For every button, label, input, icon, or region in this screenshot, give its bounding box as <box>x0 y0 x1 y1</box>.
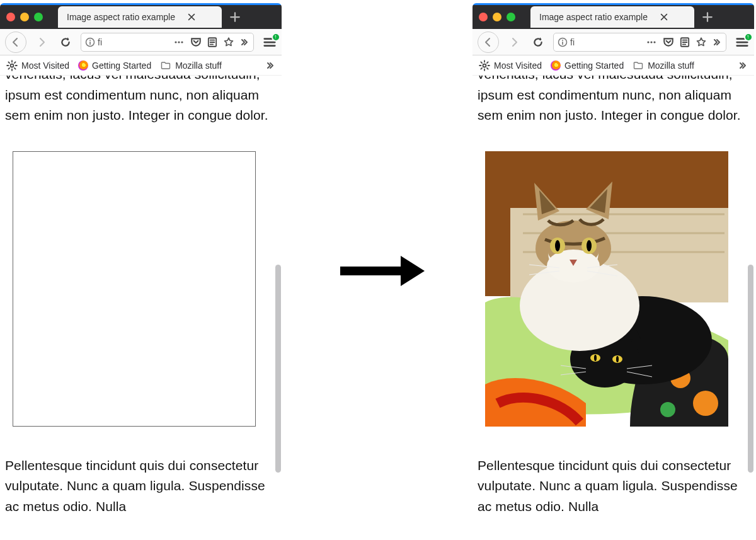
bookmarks-overflow[interactable] <box>738 60 748 71</box>
info-icon[interactable] <box>85 37 95 47</box>
reload-button[interactable] <box>529 33 547 51</box>
maximize-window-icon[interactable] <box>507 13 515 21</box>
back-button[interactable] <box>478 32 499 53</box>
page-content: venenatis, lacus vel malesuada sollicitu… <box>472 76 754 540</box>
url-input[interactable] <box>98 37 117 47</box>
more-icon[interactable] <box>173 37 185 47</box>
minimize-window-icon[interactable] <box>20 13 29 21</box>
tab-title: Image aspect ratio example <box>539 12 648 22</box>
nav-bar <box>472 29 754 55</box>
svg-point-7 <box>11 64 14 67</box>
close-window-icon[interactable] <box>479 13 488 21</box>
tab-title: Image aspect ratio example <box>67 12 175 22</box>
tab-strip: Image aspect ratio example <box>0 5 282 29</box>
bookmark-label: Mozilla stuff <box>648 60 694 71</box>
scrollbar-thumb[interactable] <box>748 265 753 473</box>
update-badge-icon <box>272 33 280 42</box>
folder-icon <box>160 60 171 71</box>
gear-icon <box>479 60 490 71</box>
gear-icon <box>6 60 18 71</box>
svg-point-5 <box>181 41 183 43</box>
svg-point-30 <box>594 355 597 361</box>
scrollbar-thumb[interactable] <box>275 265 281 473</box>
cats-image <box>485 151 728 427</box>
pocket-icon[interactable] <box>663 37 674 48</box>
new-tab-button[interactable] <box>698 8 717 26</box>
bookmark-label: Most Visited <box>21 60 69 71</box>
bookmarks-toolbar: Most Visited Getting Started Mozilla stu… <box>472 55 754 76</box>
new-tab-button[interactable] <box>226 8 244 26</box>
bookmarks-toolbar: Most Visited Getting Started Mozilla stu… <box>0 55 282 76</box>
info-icon[interactable] <box>558 37 568 47</box>
paragraph-top: venenatis, lacus vel malesuada sollicitu… <box>5 76 275 126</box>
svg-point-1 <box>89 40 91 41</box>
bookmark-star-icon[interactable] <box>223 37 234 48</box>
bookmark-label: Mozilla stuff <box>175 60 222 71</box>
pocket-icon[interactable] <box>190 37 202 48</box>
forward-button[interactable] <box>505 33 523 51</box>
bookmark-most-visited[interactable]: Most Visited <box>479 60 542 71</box>
forward-button[interactable] <box>33 33 50 51</box>
svg-point-3 <box>175 41 176 43</box>
svg-point-22 <box>693 391 718 416</box>
svg-point-4 <box>178 41 180 43</box>
browser-tab[interactable]: Image aspect ratio example <box>530 6 694 28</box>
reader-icon[interactable] <box>207 37 218 48</box>
firefox-icon <box>78 60 88 71</box>
paragraph-top: venenatis, lacus vel malesuada sollicitu… <box>478 76 748 126</box>
bookmark-mozilla-stuff[interactable]: Mozilla stuff <box>160 60 222 71</box>
nav-bar <box>0 29 282 55</box>
browser-window-before: Image aspect ratio example <box>0 3 282 540</box>
window-controls[interactable] <box>479 13 515 21</box>
svg-point-44 <box>555 240 560 251</box>
close-window-icon[interactable] <box>6 13 15 21</box>
url-bar[interactable] <box>553 33 726 52</box>
bookmark-mozilla-stuff[interactable]: Mozilla stuff <box>633 60 694 71</box>
browser-tab[interactable]: Image aspect ratio example <box>58 6 222 28</box>
svg-point-23 <box>660 402 675 417</box>
firefox-icon <box>551 60 561 71</box>
bookmark-most-visited[interactable]: Most Visited <box>6 60 69 71</box>
svg-point-15 <box>483 64 486 67</box>
back-button[interactable] <box>5 32 26 53</box>
image-placeholder <box>13 151 256 427</box>
bookmark-star-icon[interactable] <box>696 37 707 48</box>
bookmark-label: Getting Started <box>564 60 624 71</box>
paragraph-bottom: Pellentesque tincidunt quis dui consecte… <box>478 456 748 517</box>
browser-window-after: Image aspect ratio example <box>472 3 754 540</box>
svg-point-31 <box>616 356 619 362</box>
update-badge-icon <box>744 33 753 42</box>
minimize-window-icon[interactable] <box>493 13 501 21</box>
svg-point-9 <box>562 40 563 41</box>
svg-point-11 <box>647 41 649 43</box>
folder-icon <box>633 60 644 71</box>
bookmark-label: Getting Started <box>92 60 151 71</box>
paragraph-bottom: Pellentesque tincidunt quis dui consecte… <box>5 456 275 517</box>
tab-strip: Image aspect ratio example <box>472 5 754 29</box>
transition-arrow-icon <box>340 256 425 286</box>
bookmark-label: Most Visited <box>494 60 542 71</box>
close-tab-icon[interactable] <box>659 12 669 22</box>
url-input[interactable] <box>570 37 589 47</box>
svg-point-12 <box>650 41 652 43</box>
page-content: venenatis, lacus vel malesuada sollicitu… <box>0 76 282 540</box>
reload-button[interactable] <box>57 33 74 51</box>
svg-point-45 <box>587 240 592 251</box>
svg-point-13 <box>653 41 655 43</box>
url-bar[interactable] <box>81 33 254 52</box>
svg-rect-10 <box>562 42 563 45</box>
app-menu-button[interactable] <box>735 35 749 49</box>
more-icon[interactable] <box>645 37 658 47</box>
bookmark-getting-started[interactable]: Getting Started <box>78 60 151 71</box>
window-controls[interactable] <box>6 13 43 21</box>
bookmark-getting-started[interactable]: Getting Started <box>551 60 624 71</box>
overflow-icon[interactable] <box>712 37 722 47</box>
app-menu-button[interactable] <box>263 35 277 49</box>
overflow-icon[interactable] <box>239 37 249 47</box>
bookmarks-overflow[interactable] <box>265 60 275 71</box>
maximize-window-icon[interactable] <box>34 13 43 21</box>
reader-icon[interactable] <box>679 37 690 48</box>
close-tab-icon[interactable] <box>186 12 197 22</box>
svg-rect-2 <box>89 42 91 45</box>
